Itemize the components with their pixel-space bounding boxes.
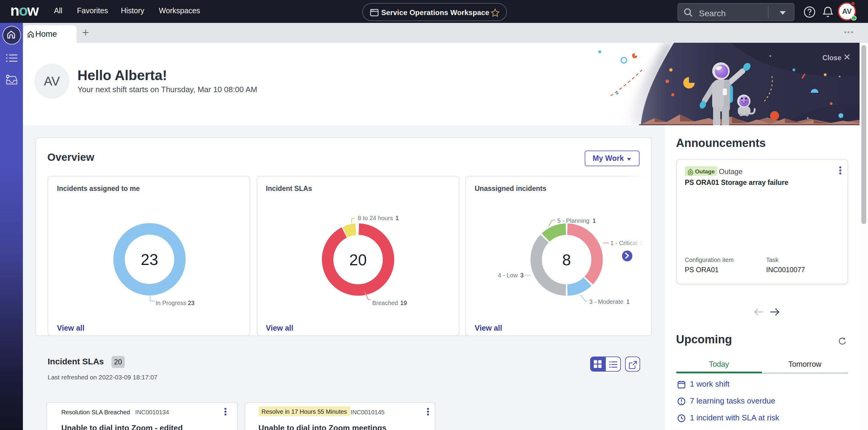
- svg-text:3 - Moderate: 3 - Moderate: [589, 298, 623, 305]
- svg-text:In Progress: In Progress: [156, 299, 186, 306]
- svg-text:1: 1: [592, 217, 596, 224]
- svg-text:4 - Low: 4 - Low: [498, 272, 518, 278]
- svg-text:1: 1: [395, 214, 398, 221]
- svg-text:Breached: Breached: [372, 299, 398, 306]
- svg-text:8: 8: [562, 251, 571, 268]
- svg-text:5 - Planning: 5 - Planning: [557, 217, 590, 224]
- svg-text:23: 23: [188, 299, 194, 306]
- svg-text:3: 3: [520, 272, 524, 278]
- svg-text:20: 20: [349, 251, 367, 268]
- svg-text:8 to 24 hours: 8 to 24 hours: [358, 214, 393, 221]
- svg-text:23: 23: [141, 251, 158, 268]
- svg-text:19: 19: [400, 299, 407, 306]
